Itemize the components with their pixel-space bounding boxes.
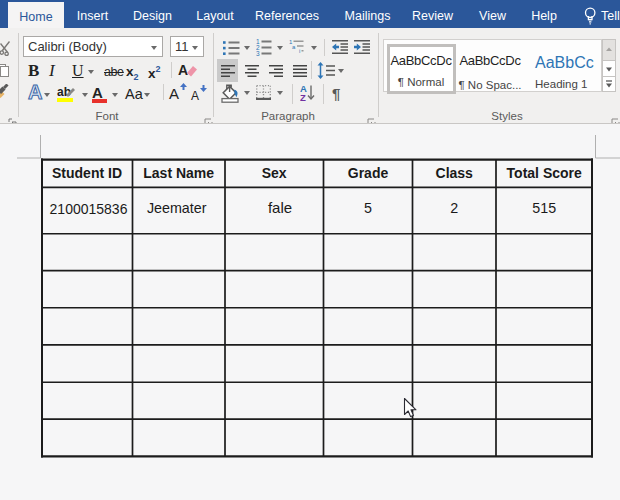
svg-text:Sex: Sex xyxy=(262,165,287,181)
svg-text:A: A xyxy=(28,83,42,102)
svg-text:Last Name: Last Name xyxy=(143,165,214,181)
svg-text:a: a xyxy=(292,44,296,50)
svg-text:Z: Z xyxy=(300,92,306,103)
svg-text:Total Score: Total Score xyxy=(507,165,582,181)
svg-text:i: i xyxy=(299,48,300,54)
svg-text:fale: fale xyxy=(268,199,292,216)
svg-text:515: 515 xyxy=(532,200,556,216)
svg-text:Student ID: Student ID xyxy=(52,165,122,181)
svg-text:5: 5 xyxy=(364,200,372,216)
svg-text:2: 2 xyxy=(450,200,458,216)
svg-text:Grade: Grade xyxy=(348,165,389,181)
svg-text:Jeemater: Jeemater xyxy=(147,200,207,216)
svg-text:3: 3 xyxy=(256,50,260,56)
svg-text:2100015836: 2100015836 xyxy=(50,201,128,217)
svg-text:Class: Class xyxy=(436,165,474,181)
